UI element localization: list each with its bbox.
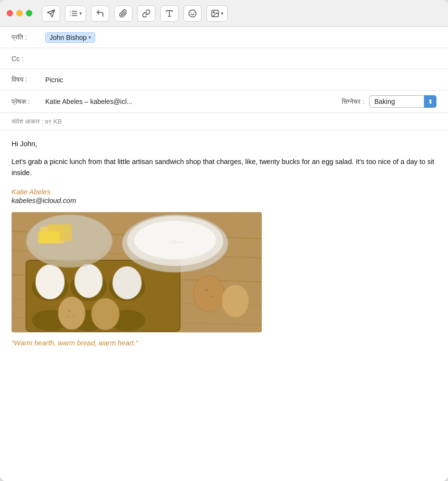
svg-point-47 (205, 289, 208, 291)
send-icon (47, 9, 55, 18)
sig-section: सिग्नेचर : Baking None ⬍ (342, 95, 436, 108)
photo-icon (211, 9, 219, 18)
from-field-row: प्रेषक : Katie Abeles – kabeles@icl... स… (0, 90, 448, 113)
photo-button[interactable]: ▾ (206, 5, 228, 22)
inline-image: ~flour~ (12, 212, 262, 332)
svg-point-36 (68, 316, 69, 318)
cc-label: Cc : (12, 55, 45, 63)
from-label: प्रेषक : (12, 98, 45, 106)
from-value: Katie Abeles – kabeles@icl... (45, 98, 332, 105)
header-fields: प्रति : John Bishop ▾ Cc : विषय : Picnic… (0, 27, 448, 130)
svg-point-48 (210, 295, 212, 297)
format-button[interactable]: ▾ (65, 5, 86, 22)
send-button[interactable] (42, 5, 60, 22)
signature-block: Katie Abeles kabeles@icloud.com (12, 188, 436, 204)
reply-icon (96, 9, 104, 18)
link-icon (142, 9, 151, 18)
sig-author-email: kabeles@icloud.com (12, 197, 436, 204)
chip-chevron-icon: ▾ (89, 35, 91, 40)
emoji-button[interactable] (183, 5, 202, 22)
svg-point-46 (193, 276, 224, 312)
cc-field-row: Cc : (0, 48, 448, 69)
svg-point-10 (189, 10, 196, 17)
sig-select-wrapper[interactable]: Baking None ⬍ (369, 95, 436, 108)
close-button[interactable] (7, 10, 13, 16)
svg-point-35 (74, 315, 75, 316)
svg-point-49 (222, 285, 249, 317)
svg-point-14 (213, 12, 214, 13)
photo-chevron-icon: ▾ (221, 11, 223, 16)
sig-author-name: Katie Abeles (12, 188, 436, 196)
traffic-lights (7, 10, 32, 16)
body-paragraph: Let's grab a picnic lunch from that litt… (12, 156, 436, 178)
subject-field-row: विषय : Picnic (0, 69, 448, 90)
svg-point-32 (58, 297, 85, 329)
titlebar: ▾ (0, 0, 448, 27)
svg-point-29 (36, 265, 64, 299)
paperclip-icon (119, 9, 128, 18)
list-icon (69, 9, 78, 18)
svg-point-34 (68, 310, 70, 312)
svg-point-31 (113, 266, 141, 299)
size-label: संदेश आकार : ७९ KB (12, 118, 62, 126)
font-icon (165, 9, 174, 18)
compose-body[interactable]: Hi John, Let's grab a picnic lunch from … (0, 130, 448, 481)
reply-button[interactable] (91, 5, 109, 22)
font-button[interactable] (160, 5, 179, 22)
to-field[interactable]: John Bishop ▾ (45, 32, 95, 43)
sig-label: सिग्नेचर : (342, 98, 364, 106)
from-section: प्रेषक : Katie Abeles – kabeles@icl... (12, 98, 332, 106)
svg-point-33 (91, 298, 119, 330)
size-row: संदेश आकार : ७९ KB (0, 113, 448, 130)
subject-value[interactable]: Picnic (45, 76, 63, 84)
emoji-icon (188, 9, 197, 18)
svg-text:~flour~: ~flour~ (170, 239, 186, 244)
subject-label: विषय : (12, 76, 45, 84)
recipient-name: John Bishop (50, 34, 87, 41)
svg-point-30 (75, 264, 102, 298)
svg-rect-41 (38, 231, 60, 243)
to-label: प्रति : (12, 33, 45, 41)
format-chevron-icon: ▾ (79, 11, 82, 16)
attach-button[interactable] (114, 5, 132, 22)
link-button[interactable] (137, 5, 155, 22)
compose-window: ▾ (0, 0, 448, 481)
maximize-button[interactable] (26, 10, 32, 16)
body-quote: “Warm hearth, warm bread, warm heart.” (12, 339, 436, 347)
sig-select[interactable]: Baking None (369, 95, 436, 108)
recipient-chip[interactable]: John Bishop ▾ (45, 32, 95, 43)
egg-image-svg: ~flour~ (12, 212, 262, 332)
to-field-row: प्रति : John Bishop ▾ (0, 27, 448, 48)
minimize-button[interactable] (16, 10, 23, 16)
body-greeting: Hi John, (12, 140, 436, 148)
